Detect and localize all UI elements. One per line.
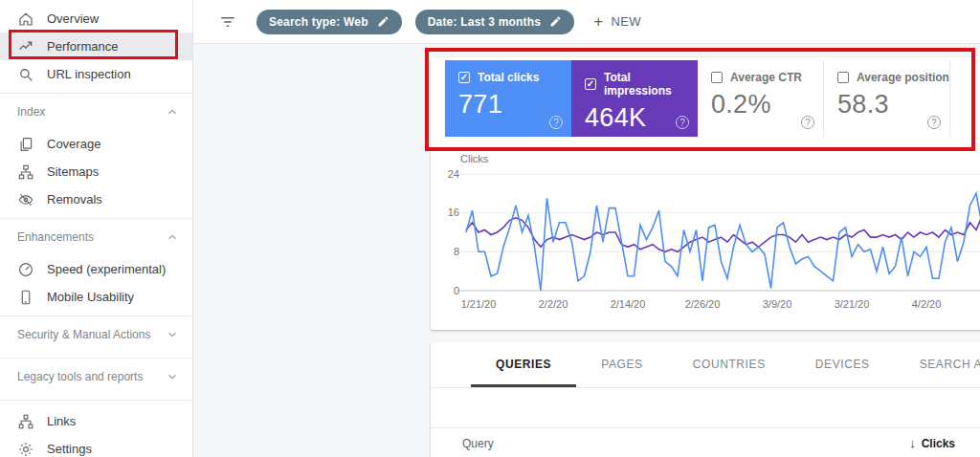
chevron-up-icon[interactable] (166, 230, 179, 244)
sidebar-section-label: Enhancements (17, 230, 94, 244)
summary-cards-row: ✓Total clicks771?✓Total impressions464K?… (431, 57, 980, 137)
settings-icon (17, 441, 34, 457)
help-icon[interactable]: ? (549, 116, 563, 129)
sidebar-item-label: Sitemaps (47, 164, 99, 179)
y-axis-tick-label: 16 (448, 207, 459, 218)
sidebar-item-settings[interactable]: Settings (0, 435, 192, 457)
tab-queries[interactable]: QUERIES (471, 342, 576, 387)
sidebar-item-label: Mobile Usability (47, 290, 134, 304)
help-icon[interactable]: ? (676, 116, 689, 129)
sidebar-item-sitemaps[interactable]: Sitemaps (0, 158, 192, 185)
summary-card-total-clicks[interactable]: ✓Total clicks771? (445, 60, 571, 137)
sidebar-section-label: Security & Manual Actions (17, 328, 150, 341)
sidebar-item-coverage[interactable]: Coverage (0, 130, 192, 158)
new-filter-label: NEW (612, 14, 642, 29)
card-label-row: Average position (837, 71, 949, 84)
checkbox-unchecked-icon[interactable] (837, 72, 849, 83)
date-range-chip[interactable]: Date: Last 3 months (415, 10, 575, 34)
search-icon (17, 66, 34, 83)
y-axis-tick-label: 24 (448, 168, 459, 180)
dimensions-panel: QUERIESPAGESCOUNTRIESDEVICESSEARCH APPEA… (431, 342, 980, 457)
sidebar-item-label: Overview (47, 11, 99, 26)
chevron-down-icon[interactable] (166, 370, 179, 383)
sidebar-divider (0, 400, 192, 401)
sidebar-item-overview[interactable]: Overview (0, 5, 192, 33)
sidebar-item-performance[interactable]: Performance (0, 33, 192, 60)
sidebar-item-speed-experimental[interactable]: Speed (experimental) (0, 255, 192, 283)
clicks-impressions-chart: 0816241/21/202/2/202/14/202/26/203/9/203… (431, 166, 980, 319)
sidebar-item-links[interactable]: Links (0, 407, 192, 435)
x-axis-tick-label: 2/26/20 (685, 298, 721, 310)
x-axis-tick-label: 4/2/20 (912, 298, 942, 310)
tab-countries[interactable]: COUNTRIES (668, 342, 791, 387)
sidebar-item-url-inspection[interactable]: URL inspection (0, 60, 192, 88)
chevron-down-icon[interactable] (166, 328, 179, 341)
filter-row-spacer (431, 388, 980, 427)
main-content: Search type: Web Date: Last 3 months + N… (193, 0, 980, 457)
help-icon[interactable]: ? (801, 116, 814, 129)
sidebar-item-label: Performance (47, 39, 118, 54)
x-axis-tick-label: 3/21/20 (835, 298, 870, 310)
toolbar: Search type: Web Date: Last 3 months + N… (193, 0, 980, 44)
total-clicks-line (466, 193, 980, 291)
x-axis-tick-label: 1/21/20 (461, 298, 497, 310)
filter-icon[interactable] (218, 12, 237, 32)
card-label: Average position (857, 71, 949, 84)
removals-icon (17, 191, 34, 208)
dimension-tabs: QUERIESPAGESCOUNTRIESDEVICESSEARCH APPEA… (431, 342, 980, 388)
sidebar-item-label: Coverage (47, 137, 100, 151)
sidebar-section-index[interactable]: Index (0, 94, 192, 130)
sidebar-section-label: Index (17, 105, 45, 119)
clicks-column-header[interactable]: ↓ Clicks (909, 436, 955, 450)
sidebar-section-label: Legacy tools and reports (17, 370, 143, 383)
sitemaps-icon (17, 163, 34, 181)
sidebar-item-label: URL inspection (47, 67, 131, 81)
new-filter-button[interactable]: + NEW (593, 13, 641, 30)
summary-card-total-impressions[interactable]: ✓Total impressions464K? (571, 60, 698, 137)
sort-descending-icon: ↓ (909, 436, 916, 450)
sidebar-section-enhancements[interactable]: Enhancements (0, 219, 192, 255)
sidebar-item-label: Links (47, 414, 76, 428)
summary-card-average-position[interactable]: Average position58.3? (824, 60, 950, 137)
mobile-icon (17, 289, 34, 306)
edit-pencil-icon (377, 15, 390, 28)
sidebar: OverviewPerformanceURL inspectionIndexCo… (0, 0, 193, 457)
checkbox-checked-icon[interactable]: ✓ (458, 72, 470, 83)
sidebar-section-legacy-tools-and-reports[interactable]: Legacy tools and reports (0, 359, 192, 395)
x-axis-tick-label: 3/9/20 (763, 298, 792, 310)
sidebar-item-label: Removals (47, 192, 102, 207)
search-type-chip-label: Search type: Web (269, 15, 368, 29)
speed-icon (17, 261, 34, 278)
x-axis-tick-label: 2/2/20 (539, 298, 568, 310)
plus-icon: + (593, 13, 603, 30)
performance-icon (17, 38, 34, 55)
links-icon (17, 413, 34, 430)
tab-pages[interactable]: PAGES (576, 342, 667, 387)
card-label: Total impressions (604, 71, 698, 98)
card-label-row: ✓Total clicks (458, 71, 571, 84)
date-range-chip-label: Date: Last 3 months (428, 15, 542, 29)
card-label-row: ✓Total impressions (585, 71, 698, 98)
tab-devices[interactable]: DEVICES (791, 342, 895, 387)
checkbox-unchecked-icon[interactable] (711, 72, 723, 83)
card-label: Average CTR (730, 71, 802, 84)
summary-card-average-ctr[interactable]: Average CTR0.2%? (698, 60, 824, 137)
search-type-chip[interactable]: Search type: Web (256, 10, 402, 34)
home-icon (17, 11, 34, 28)
chart-axis-title: Clicks (460, 153, 488, 164)
chevron-up-icon[interactable] (166, 105, 179, 119)
help-icon[interactable]: ? (927, 116, 941, 129)
performance-summary-panel: ✓Total clicks771?✓Total impressions464K?… (431, 57, 980, 330)
performance-chart: 0816241/21/202/2/202/14/202/26/203/9/203… (431, 166, 980, 319)
sidebar-item-mobile-usability[interactable]: Mobile Usability (0, 283, 192, 311)
checkbox-checked-icon[interactable]: ✓ (585, 78, 596, 90)
y-axis-tick-label: 8 (454, 246, 459, 257)
sidebar-item-removals[interactable]: Removals (0, 185, 192, 213)
clicks-column-label: Clicks (922, 437, 955, 450)
tab-search-appearance[interactable]: SEARCH APPEARANCE (895, 342, 980, 387)
search-console-performance-page: OverviewPerformanceURL inspectionIndexCo… (0, 0, 980, 457)
card-label: Total clicks (478, 71, 539, 84)
sidebar-section-security-manual-actions[interactable]: Security & Manual Actions (0, 316, 192, 353)
y-axis-tick-label: 0 (454, 285, 459, 296)
query-column-header[interactable]: Query (462, 437, 494, 450)
